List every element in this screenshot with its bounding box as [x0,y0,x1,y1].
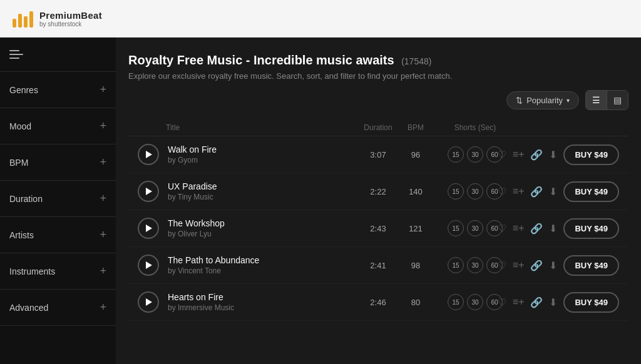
play-button[interactable] [138,218,159,239]
playlist-icon[interactable]: ≡+ [513,260,525,271]
main-layout: Genres + Mood + BPM + Duration + Artists… [0,38,641,364]
short-pill-15[interactable]: 15 [448,183,464,200]
logo-icon [13,10,33,28]
filter-line-3 [9,58,19,59]
play-button[interactable] [138,144,159,165]
sidebar-item-genres[interactable]: Genres + [0,72,116,108]
track-duration: 3:07 [356,150,400,159]
short-pill-15[interactable]: 15 [448,257,464,273]
favorite-icon[interactable]: ♡ [498,186,506,198]
track-duration: 2:22 [356,187,400,196]
track-info: Walk on Fire by Gyom [168,144,356,164]
track-artist: by Gyom [168,156,356,164]
link-icon[interactable]: 🔗 [530,296,543,308]
playlist-icon[interactable]: ≡+ [513,186,525,197]
logo-bar-1 [13,19,16,28]
compact-view-button[interactable]: ▤ [607,91,628,109]
logo-title: PremiumBeat [39,10,102,21]
topbar: PremiumBeat by shutterstock [0,0,641,38]
sidebar-item-advanced[interactable]: Advanced + [0,290,116,326]
playlist-icon[interactable]: ≡+ [513,149,525,160]
favorite-icon[interactable]: ♡ [498,296,506,308]
short-pill-15[interactable]: 15 [448,294,464,310]
favorite-icon[interactable]: ♡ [498,223,506,235]
sidebar-label-genres: Genres [9,85,38,95]
sidebar-plus-genres: + [100,83,106,96]
logo-bar-4 [29,11,33,28]
page-description: Explore our exclusive royalty free music… [128,71,628,81]
filter-icon-bar[interactable] [0,38,116,72]
sidebar-item-instruments[interactable]: Instruments + [0,253,116,290]
content-area: Royalty Free Music - Incredible music aw… [116,38,641,364]
sidebar-plus-bpm: + [100,156,106,169]
track-duration: 2:41 [356,261,400,270]
sidebar-item-mood[interactable]: Mood + [0,108,116,144]
buy-button[interactable]: BUY $49 [563,181,619,202]
download-icon[interactable]: ⬇ [549,186,557,198]
table-row[interactable]: UX Paradise by Tiny Music 2:22 140 15306… [128,173,628,210]
link-icon[interactable]: 🔗 [530,223,543,235]
download-icon[interactable]: ⬇ [549,149,557,161]
logo: PremiumBeat by shutterstock [13,10,102,28]
table-row[interactable]: The Workshop by Oliver Lyu 2:43 121 1530… [128,210,628,247]
track-artist: by Oliver Lyu [168,230,356,238]
download-icon[interactable]: ⬇ [549,223,557,235]
track-artist: by Vincent Tone [168,266,356,275]
sidebar-label-duration: Duration [9,194,43,204]
link-icon[interactable]: 🔗 [530,149,543,161]
sidebar-plus-mood: + [100,119,106,133]
table-header: Title Duration BPM Shorts (Sec) [128,119,628,136]
track-duration: 2:43 [356,224,400,233]
filter-line-1 [9,50,19,51]
playlist-icon[interactable]: ≡+ [513,223,525,234]
buy-button[interactable]: BUY $49 [563,144,619,165]
track-duration: 2:46 [356,298,400,307]
download-icon[interactable]: ⬇ [549,296,557,308]
short-pill-30[interactable]: 30 [467,294,483,310]
table-row[interactable]: Walk on Fire by Gyom 3:07 96 153060 ♡ ≡+… [128,136,628,173]
track-artist: by Tiny Music [168,193,356,201]
toolbar: ⇅ Popularity ▾ ☰ ▤ [128,90,628,110]
short-pill-15[interactable]: 15 [448,146,464,163]
table-row[interactable]: Hearts on Fire by Immersive Music 2:46 8… [128,284,628,321]
sort-button[interactable]: ⇅ Popularity ▾ [506,91,579,109]
buy-button[interactable]: BUY $49 [563,292,619,313]
table-row[interactable]: The Path to Abundance by Vincent Tone 2:… [128,247,628,284]
track-name: Walk on Fire [168,144,356,154]
short-pill-30[interactable]: 30 [467,146,483,163]
link-icon[interactable]: 🔗 [530,186,543,198]
short-pill-30[interactable]: 30 [467,257,483,273]
download-icon[interactable]: ⬇ [549,260,557,271]
filter-icon[interactable] [9,50,23,59]
short-pill-30[interactable]: 30 [467,183,483,200]
sidebar-label-artists: Artists [9,230,34,240]
sidebar-item-duration[interactable]: Duration + [0,181,116,217]
play-button[interactable] [138,181,159,202]
sidebar-item-bpm[interactable]: BPM + [0,144,116,181]
buy-button[interactable]: BUY $49 [563,218,619,239]
sidebar-label-instruments: Instruments [9,266,55,276]
playlist-icon[interactable]: ≡+ [513,296,525,308]
filter-line-2 [9,54,23,55]
page-title: Royalty Free Music - Incredible music aw… [128,53,628,68]
track-name: UX Paradise [168,181,356,191]
short-pill-15[interactable]: 15 [448,220,464,236]
page-header: Royalty Free Music - Incredible music aw… [128,53,628,81]
sidebar-label-mood: Mood [9,121,31,131]
link-icon[interactable]: 🔗 [530,260,543,271]
sidebar-plus-duration: + [100,192,106,205]
sidebar: Genres + Mood + BPM + Duration + Artists… [0,38,116,364]
buy-button[interactable]: BUY $49 [563,255,619,276]
play-button[interactable] [138,255,159,276]
favorite-icon[interactable]: ♡ [498,260,506,271]
short-pill-30[interactable]: 30 [467,220,483,236]
favorite-icon[interactable]: ♡ [498,149,506,161]
play-button[interactable] [138,291,159,313]
track-actions: ♡ ≡+ 🔗 ⬇ BUY $49 [519,181,619,202]
col-header-title: Title [166,123,356,132]
sort-label: Popularity [526,96,563,105]
logo-text: PremiumBeat by shutterstock [39,10,102,28]
list-view-button[interactable]: ☰ [586,91,607,109]
page-title-text: Royalty Free Music - Incredible music aw… [128,53,394,67]
sidebar-item-artists[interactable]: Artists + [0,217,116,253]
